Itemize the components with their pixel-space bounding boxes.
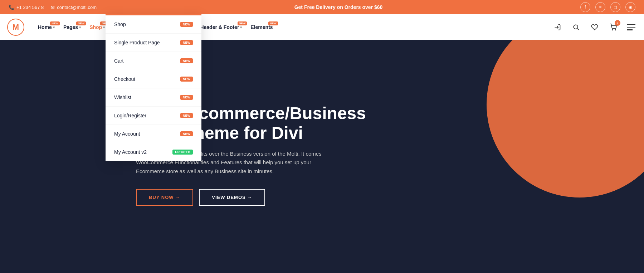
dropdown-label-cart: Cart [114,58,123,64]
phone-number: +1 234 567 8 [16,5,44,10]
svg-point-1 [574,25,578,29]
email-info: ✉ contact@molti.com [51,5,97,10]
svg-line-2 [577,29,579,30]
search-button[interactable] [570,21,582,34]
dropdown-item-cart[interactable]: Cart NEW [106,52,201,70]
dropdown-tag-my-account-v2: UPDATED [172,150,193,155]
dropdown-label-single-product: Single Product Page [114,40,160,45]
hamburger-line-1 [627,24,635,25]
nav-item-header-footer[interactable]: Header & Footer NEW ▾ [196,22,245,32]
dropdown-item-my-account-v2[interactable]: My Account v2 UPDATED [106,143,201,161]
email-icon: ✉ [51,5,55,10]
dropdown-item-shop[interactable]: Shop NEW [106,15,201,34]
instagram-icon[interactable]: ◻ [610,2,620,12]
svg-point-4 [615,30,616,30]
top-bar-left: 📞 +1 234 567 8 ✉ contact@molti.com [9,5,97,10]
wishlist-button[interactable] [588,21,601,34]
twitter-icon[interactable]: ✕ [595,2,605,12]
nav-item-home[interactable]: Home NEW ▾ [34,22,58,32]
cart-count: 2 [615,20,620,26]
promo-text: Get Free Delivery on Orders over $60 [294,4,383,10]
dropdown-tag-my-account: NEW [180,131,193,136]
dropdown-label-wishlist: Wishlist [114,94,131,100]
svg-point-3 [612,30,613,30]
email-address: contact@molti.com [57,5,97,10]
chevron-pages: ▾ [79,25,81,29]
dropdown-label-login-register: Login/Register [114,113,146,118]
stats-row: 10 Page Designs 10 Header Designs 10 Foo… [0,262,644,273]
dropdown-item-single-product[interactable]: Single Product Page NEW [106,34,201,52]
hero-buttons: BUY NOW → VIEW DEMOS → [136,189,366,206]
facebook-icon[interactable]: f [580,2,590,12]
phone-icon: 📞 [9,5,14,10]
dropdown-item-checkout[interactable]: Checkout NEW [106,70,201,88]
nav-label-header-footer: Header & Footer [200,24,239,30]
nav-label-shop: Shop [89,24,102,30]
hero-section: rpose Ecommerce/BusinessChild Theme for … [0,40,644,262]
nav-badge-elements: NEW [268,21,278,25]
hero-circle-decoration [487,40,644,198]
nav-badge-pages: NEW [76,21,86,25]
login-button[interactable] [551,21,564,34]
dropdown-label-my-account-v2: My Account v2 [114,149,147,155]
top-bar: 📞 +1 234 567 8 ✉ contact@molti.com Get F… [0,0,644,14]
logo[interactable]: M [7,19,24,36]
dropdown-tag-login-register: NEW [180,113,193,118]
nav-item-shop[interactable]: Shop NEW ▾ [86,22,108,32]
nav-item-elements[interactable]: Elements NEW [247,22,276,32]
dropdown-item-wishlist[interactable]: Wishlist NEW [106,88,201,107]
social-links: f ✕ ◻ ◉ [580,2,635,12]
dropdown-tag-checkout: NEW [180,77,193,82]
nav-item-pages[interactable]: Pages NEW ▾ [60,22,84,32]
hamburger-menu[interactable] [625,23,637,32]
dropdown-label-my-account: My Account [114,131,140,137]
chevron-shop: ▾ [103,25,105,29]
dropdown-tag-single-product: NEW [180,40,193,45]
view-demos-button[interactable]: VIEW DEMOS → [199,189,265,206]
buy-now-button[interactable]: BUY NOW → [136,189,193,206]
hamburger-line-3 [627,29,633,30]
dropdown-label-checkout: Checkout [114,76,135,82]
nav-badge-home: NEW [50,21,60,25]
main-nav: M Home NEW ▾ Pages NEW ▾ Shop NEW ▾ Serv… [0,14,644,40]
dropdown-tag-cart: NEW [180,58,193,63]
hamburger-line-2 [627,27,635,28]
shop-dropdown: Shop NEW Single Product Page NEW Cart NE… [106,14,201,161]
dropdown-label-shop: Shop [114,21,126,27]
dropdown-tag-wishlist: NEW [180,95,193,100]
chevron-home: ▾ [53,25,55,29]
dropdown-tag-shop: NEW [180,22,193,27]
nav-right: 2 [551,21,637,34]
dropdown-item-my-account[interactable]: My Account NEW [106,125,201,143]
nav-label-home: Home [38,24,52,30]
phone-info: 📞 +1 234 567 8 [9,5,44,10]
nav-label-pages: Pages [63,24,78,30]
nav-badge-header-footer: NEW [238,21,247,25]
dribbble-icon[interactable]: ◉ [625,2,635,12]
dropdown-item-login-register[interactable]: Login/Register NEW [106,107,201,125]
chevron-header-footer: ▾ [240,25,242,29]
cart-button[interactable]: 2 [607,21,620,34]
